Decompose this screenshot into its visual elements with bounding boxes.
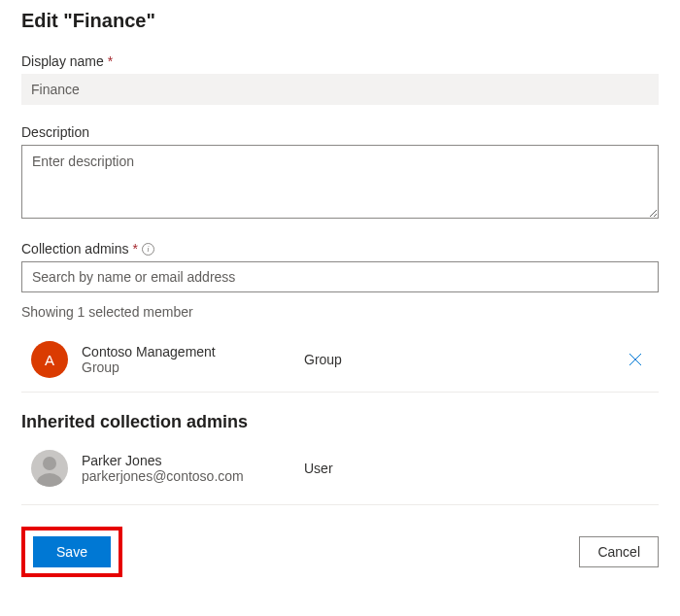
description-label: Description: [21, 124, 659, 140]
admin-member-row: A Contoso Management Group Group: [21, 333, 659, 393]
member-name: Parker Jones: [82, 453, 290, 468]
required-indicator: *: [108, 53, 113, 69]
member-type: User: [304, 461, 659, 476]
member-type: Group: [304, 352, 606, 367]
close-icon: [629, 353, 642, 366]
inherited-admins-heading: Inherited collection admins: [21, 412, 659, 432]
info-icon[interactable]: i: [142, 243, 154, 256]
member-name: Contoso Management: [82, 344, 290, 359]
display-name-input[interactable]: [21, 74, 659, 105]
member-sub: Group: [82, 359, 290, 375]
showing-count: Showing 1 selected member: [21, 304, 659, 320]
footer: Save Cancel: [21, 523, 659, 577]
highlight-box: Save: [21, 527, 122, 577]
member-sub: parkerjones@contoso.com: [82, 468, 290, 484]
remove-member-button[interactable]: [620, 344, 651, 375]
description-input[interactable]: [21, 145, 659, 219]
admin-search-input[interactable]: [21, 261, 659, 292]
collection-admins-label: Collection admins * i: [21, 241, 659, 257]
avatar: [31, 450, 68, 487]
required-indicator: *: [133, 241, 138, 257]
page-title: Edit "Finance": [21, 10, 659, 32]
save-button[interactable]: Save: [33, 536, 111, 567]
inherited-member-row: Parker Jones parkerjones@contoso.com Use…: [21, 446, 659, 505]
avatar: A: [31, 341, 68, 378]
cancel-button[interactable]: Cancel: [579, 536, 659, 567]
display-name-label: Display name *: [21, 53, 659, 69]
